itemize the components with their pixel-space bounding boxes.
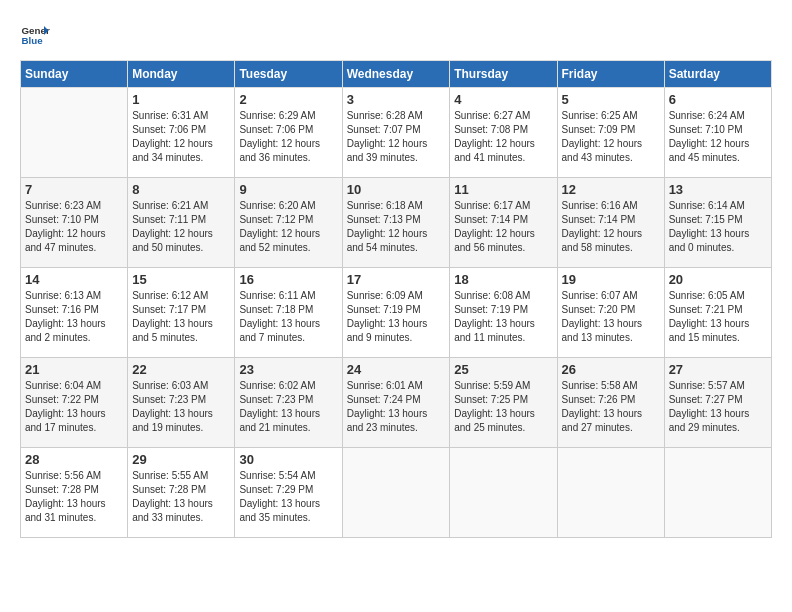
day-number: 13 [669, 182, 767, 197]
calendar-cell: 21 Sunrise: 6:04 AMSunset: 7:22 PMDaylig… [21, 358, 128, 448]
day-info: Sunrise: 6:14 AMSunset: 7:15 PMDaylight:… [669, 199, 767, 255]
day-info: Sunrise: 6:01 AMSunset: 7:24 PMDaylight:… [347, 379, 446, 435]
calendar-cell: 22 Sunrise: 6:03 AMSunset: 7:23 PMDaylig… [128, 358, 235, 448]
calendar-cell: 10 Sunrise: 6:18 AMSunset: 7:13 PMDaylig… [342, 178, 450, 268]
day-number: 27 [669, 362, 767, 377]
day-number: 17 [347, 272, 446, 287]
calendar-header-tuesday: Tuesday [235, 61, 342, 88]
day-info: Sunrise: 6:13 AMSunset: 7:16 PMDaylight:… [25, 289, 123, 345]
calendar-cell: 11 Sunrise: 6:17 AMSunset: 7:14 PMDaylig… [450, 178, 557, 268]
day-number: 5 [562, 92, 660, 107]
day-number: 3 [347, 92, 446, 107]
calendar-cell: 30 Sunrise: 5:54 AMSunset: 7:29 PMDaylig… [235, 448, 342, 538]
day-number: 2 [239, 92, 337, 107]
day-number: 20 [669, 272, 767, 287]
calendar-week-2: 7 Sunrise: 6:23 AMSunset: 7:10 PMDayligh… [21, 178, 772, 268]
day-info: Sunrise: 5:56 AMSunset: 7:28 PMDaylight:… [25, 469, 123, 525]
calendar-cell [21, 88, 128, 178]
calendar-cell: 20 Sunrise: 6:05 AMSunset: 7:21 PMDaylig… [664, 268, 771, 358]
calendar-cell: 12 Sunrise: 6:16 AMSunset: 7:14 PMDaylig… [557, 178, 664, 268]
day-number: 14 [25, 272, 123, 287]
day-number: 4 [454, 92, 552, 107]
day-info: Sunrise: 5:54 AMSunset: 7:29 PMDaylight:… [239, 469, 337, 525]
calendar-cell: 25 Sunrise: 5:59 AMSunset: 7:25 PMDaylig… [450, 358, 557, 448]
calendar-cell: 9 Sunrise: 6:20 AMSunset: 7:12 PMDayligh… [235, 178, 342, 268]
day-number: 1 [132, 92, 230, 107]
day-number: 6 [669, 92, 767, 107]
day-info: Sunrise: 5:59 AMSunset: 7:25 PMDaylight:… [454, 379, 552, 435]
day-number: 26 [562, 362, 660, 377]
calendar-table: SundayMondayTuesdayWednesdayThursdayFrid… [20, 60, 772, 538]
calendar-cell [450, 448, 557, 538]
day-number: 18 [454, 272, 552, 287]
calendar-header-wednesday: Wednesday [342, 61, 450, 88]
day-number: 29 [132, 452, 230, 467]
calendar-cell: 1 Sunrise: 6:31 AMSunset: 7:06 PMDayligh… [128, 88, 235, 178]
day-number: 7 [25, 182, 123, 197]
calendar-cell: 24 Sunrise: 6:01 AMSunset: 7:24 PMDaylig… [342, 358, 450, 448]
calendar-header-thursday: Thursday [450, 61, 557, 88]
calendar-cell: 29 Sunrise: 5:55 AMSunset: 7:28 PMDaylig… [128, 448, 235, 538]
day-info: Sunrise: 6:18 AMSunset: 7:13 PMDaylight:… [347, 199, 446, 255]
day-number: 16 [239, 272, 337, 287]
day-info: Sunrise: 6:05 AMSunset: 7:21 PMDaylight:… [669, 289, 767, 345]
calendar-cell: 13 Sunrise: 6:14 AMSunset: 7:15 PMDaylig… [664, 178, 771, 268]
calendar-cell: 15 Sunrise: 6:12 AMSunset: 7:17 PMDaylig… [128, 268, 235, 358]
calendar-cell: 6 Sunrise: 6:24 AMSunset: 7:10 PMDayligh… [664, 88, 771, 178]
svg-text:Blue: Blue [22, 35, 44, 46]
day-info: Sunrise: 6:03 AMSunset: 7:23 PMDaylight:… [132, 379, 230, 435]
calendar-cell [342, 448, 450, 538]
day-number: 10 [347, 182, 446, 197]
day-info: Sunrise: 6:09 AMSunset: 7:19 PMDaylight:… [347, 289, 446, 345]
day-number: 24 [347, 362, 446, 377]
day-info: Sunrise: 6:27 AMSunset: 7:08 PMDaylight:… [454, 109, 552, 165]
day-number: 19 [562, 272, 660, 287]
day-info: Sunrise: 6:23 AMSunset: 7:10 PMDaylight:… [25, 199, 123, 255]
day-info: Sunrise: 6:04 AMSunset: 7:22 PMDaylight:… [25, 379, 123, 435]
calendar-week-4: 21 Sunrise: 6:04 AMSunset: 7:22 PMDaylig… [21, 358, 772, 448]
day-info: Sunrise: 6:24 AMSunset: 7:10 PMDaylight:… [669, 109, 767, 165]
calendar-cell: 3 Sunrise: 6:28 AMSunset: 7:07 PMDayligh… [342, 88, 450, 178]
day-info: Sunrise: 6:31 AMSunset: 7:06 PMDaylight:… [132, 109, 230, 165]
day-info: Sunrise: 6:07 AMSunset: 7:20 PMDaylight:… [562, 289, 660, 345]
day-info: Sunrise: 6:12 AMSunset: 7:17 PMDaylight:… [132, 289, 230, 345]
day-number: 12 [562, 182, 660, 197]
calendar-cell: 17 Sunrise: 6:09 AMSunset: 7:19 PMDaylig… [342, 268, 450, 358]
day-info: Sunrise: 5:57 AMSunset: 7:27 PMDaylight:… [669, 379, 767, 435]
day-number: 25 [454, 362, 552, 377]
day-number: 8 [132, 182, 230, 197]
calendar-cell: 26 Sunrise: 5:58 AMSunset: 7:26 PMDaylig… [557, 358, 664, 448]
day-info: Sunrise: 6:25 AMSunset: 7:09 PMDaylight:… [562, 109, 660, 165]
day-info: Sunrise: 6:20 AMSunset: 7:12 PMDaylight:… [239, 199, 337, 255]
day-number: 11 [454, 182, 552, 197]
day-number: 15 [132, 272, 230, 287]
calendar-cell: 16 Sunrise: 6:11 AMSunset: 7:18 PMDaylig… [235, 268, 342, 358]
calendar-cell: 27 Sunrise: 5:57 AMSunset: 7:27 PMDaylig… [664, 358, 771, 448]
day-number: 30 [239, 452, 337, 467]
day-info: Sunrise: 6:17 AMSunset: 7:14 PMDaylight:… [454, 199, 552, 255]
calendar-cell: 19 Sunrise: 6:07 AMSunset: 7:20 PMDaylig… [557, 268, 664, 358]
calendar-header-saturday: Saturday [664, 61, 771, 88]
calendar-header-monday: Monday [128, 61, 235, 88]
calendar-header-friday: Friday [557, 61, 664, 88]
calendar-cell [664, 448, 771, 538]
calendar-cell: 2 Sunrise: 6:29 AMSunset: 7:06 PMDayligh… [235, 88, 342, 178]
day-info: Sunrise: 6:28 AMSunset: 7:07 PMDaylight:… [347, 109, 446, 165]
calendar-cell: 8 Sunrise: 6:21 AMSunset: 7:11 PMDayligh… [128, 178, 235, 268]
day-info: Sunrise: 6:08 AMSunset: 7:19 PMDaylight:… [454, 289, 552, 345]
page-header: General Blue [20, 20, 772, 50]
calendar-cell [557, 448, 664, 538]
calendar-week-1: 1 Sunrise: 6:31 AMSunset: 7:06 PMDayligh… [21, 88, 772, 178]
day-info: Sunrise: 6:02 AMSunset: 7:23 PMDaylight:… [239, 379, 337, 435]
calendar-week-5: 28 Sunrise: 5:56 AMSunset: 7:28 PMDaylig… [21, 448, 772, 538]
day-number: 23 [239, 362, 337, 377]
day-number: 22 [132, 362, 230, 377]
calendar-cell: 14 Sunrise: 6:13 AMSunset: 7:16 PMDaylig… [21, 268, 128, 358]
calendar-cell: 7 Sunrise: 6:23 AMSunset: 7:10 PMDayligh… [21, 178, 128, 268]
calendar-week-3: 14 Sunrise: 6:13 AMSunset: 7:16 PMDaylig… [21, 268, 772, 358]
calendar-cell: 18 Sunrise: 6:08 AMSunset: 7:19 PMDaylig… [450, 268, 557, 358]
day-number: 9 [239, 182, 337, 197]
calendar-header-row: SundayMondayTuesdayWednesdayThursdayFrid… [21, 61, 772, 88]
day-info: Sunrise: 5:58 AMSunset: 7:26 PMDaylight:… [562, 379, 660, 435]
day-info: Sunrise: 6:29 AMSunset: 7:06 PMDaylight:… [239, 109, 337, 165]
